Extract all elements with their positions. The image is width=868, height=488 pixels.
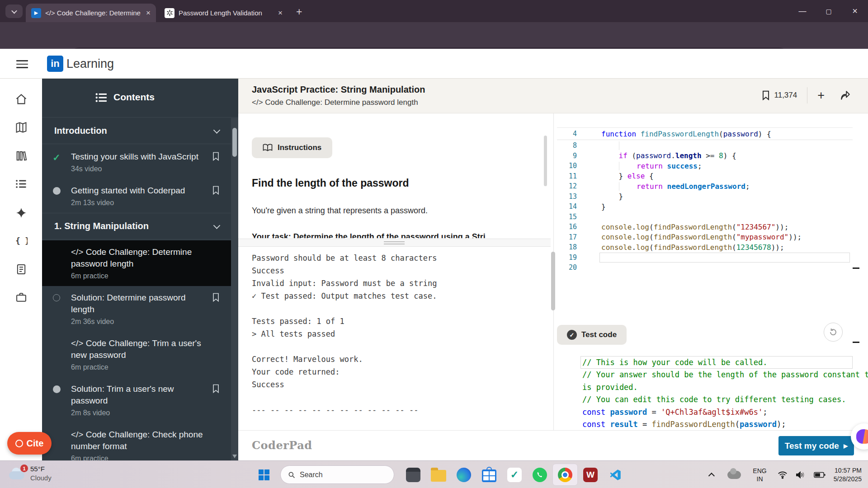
sticky-scroll-line: 4function findPasswordLength(password) { [557,127,853,140]
test-code-tab[interactable]: ✓ Test code [557,325,627,345]
home-icon[interactable] [15,93,28,106]
contents-list-icon[interactable] [15,178,28,190]
test-code-lines[interactable]: // This is how your code will be called.… [557,356,868,430]
check-app-icon[interactable]: ✓ [502,464,527,486]
notes-icon[interactable] [15,263,28,276]
contents-item[interactable]: </> Code Challenge: Check phone number f… [42,423,231,460]
whatsapp-icon[interactable] [527,464,552,486]
contents-item[interactable]: Getting started with Coderpad2m 13s vide… [42,179,231,213]
chatgpt-favicon [165,8,175,18]
console-line: Correct! Marvelous work. [252,353,541,366]
contents-panel: Contents × Introduction✓Testing your ski… [42,79,238,460]
battery-icon[interactable] [814,471,826,479]
splitter-drag-handle[interactable] [551,252,555,310]
code-line: 16console.log(findPasswordLength("123456… [557,222,868,232]
tab-active[interactable]: ▶ </> Code Challenge: Determine × [26,4,156,22]
console-line [252,391,541,404]
tray-expand-icon[interactable] [708,473,715,479]
clock[interactable]: 10:57 PM 5/28/2025 [834,466,862,483]
contents-item[interactable]: </> Code Challenge: Trim a user's new pa… [42,332,231,377]
chevron-down-icon [11,8,17,14]
linkedin-learning-logo[interactable]: in Learning [47,56,114,72]
test-code-line: // This is how your code will be called. [557,356,868,369]
tab-search-button[interactable] [5,5,23,18]
contents-item[interactable]: Solution: Determine password length2m 36… [42,286,231,332]
share-icon[interactable] [840,90,851,100]
instructions-tab[interactable]: Instructions [252,137,332,158]
contents-item[interactable]: Solution: Trim a user's new password2m 8… [42,377,231,423]
system-tray: ENGIN 10:57 PM 5/28/2025 [710,461,868,488]
cite-icon [15,440,23,447]
weather-widget[interactable]: 1 55°F Cloudy [8,465,52,483]
scrollbar-thumb[interactable] [232,128,237,157]
bookmark-icon[interactable] [207,292,225,326]
contents-item[interactable]: </> Code Challenge: Determine password l… [42,240,231,286]
taskbar-search[interactable]: Search [280,465,394,484]
taskbar-apps: ✓W [401,464,628,486]
explore-icon[interactable] [15,121,28,134]
chrome-icon[interactable] [552,464,578,486]
instructions-scrollbar-thumb[interactable] [544,136,547,186]
editor-lines[interactable]: 8 9 if (password.length >= 8) {10 return… [557,141,868,273]
window-app-icon[interactable] [401,464,426,486]
console-line: ✓ Test passed: Output matches test case. [252,290,541,302]
w-app-icon[interactable]: W [578,464,603,486]
contents-section[interactable]: Introduction [42,118,231,144]
contents-section[interactable]: 1. String Manipulation [42,213,231,239]
linkedin-learning-header: in Learning Search Me ▾ EN ▾ S [0,49,868,79]
tray-date: 5/28/2025 [834,475,862,483]
scroll-down-arrow[interactable] [232,455,237,458]
tab-close-icon[interactable]: × [278,9,283,18]
learning-wordmark: Learning [66,57,114,71]
edge-icon[interactable] [451,464,476,486]
bookmark-icon[interactable] [761,90,770,100]
code-challenges-icon[interactable]: { } [15,235,28,247]
contents-scrollbar[interactable] [231,118,238,460]
coderpad-footer: CoderPad Test my code ▶ [238,430,868,460]
cite-button[interactable]: Cite [7,432,52,455]
hamburger-menu-icon[interactable] [16,60,28,68]
code-line: 17console.log(findPasswordLength("mypass… [557,232,868,243]
code-line: 20 [557,263,868,273]
microsoft-store-icon[interactable] [476,464,502,486]
window-minimize-button[interactable]: — [789,0,816,22]
test-my-code-button[interactable]: Test my code ▶ [778,436,854,455]
start-button[interactable] [259,469,269,480]
linkedin-learning-favicon: ▶ [31,8,41,18]
language-indicator[interactable]: ENGIN [753,467,766,483]
console-line: Success [252,264,541,277]
bookmark-icon[interactable] [207,383,225,417]
chevron-down-icon [213,222,221,229]
reset-test-code-button[interactable] [824,323,843,342]
library-icon[interactable] [15,150,28,162]
weather-condition: Cloudy [30,474,52,483]
tab-inactive[interactable]: Password Length Validation × [159,4,288,22]
console-line: --- -- -- -- -- -- -- -- -- -- -- -- [252,404,541,416]
pane-splitter-horizontal[interactable] [238,239,551,247]
jobs-briefcase-icon[interactable] [15,291,28,304]
chevron-down-icon [213,127,221,134]
run-button-label: Test my code [785,441,839,451]
item-title: Testing your skills with JavaScript [71,151,207,163]
play-icon: ▶ [844,443,848,449]
bookmark-icon[interactable] [207,151,225,173]
bookmark-icon[interactable] [207,185,225,207]
wifi-icon[interactable] [778,471,788,479]
window-close-button[interactable]: × [842,0,868,22]
tab-close-icon[interactable]: × [146,9,151,18]
item-duration: 2m 36s video [71,318,207,326]
console-line: Password should be at least 8 characters [252,252,541,264]
contents-item[interactable]: ✓Testing your skills with JavaScript34s … [42,145,231,179]
code-editor-pane[interactable]: 4function findPasswordLength(password) {… [557,113,868,430]
file-explorer-icon[interactable] [426,464,451,486]
contents-header: Contents × [42,79,238,117]
volume-icon[interactable] [796,471,806,479]
new-tab-button[interactable]: + [296,6,302,18]
ai-sparkle-icon[interactable] [15,206,28,219]
window-maximize-button[interactable]: ▢ [816,0,842,22]
console-line: Tests passed: 1 of 1 [252,315,541,328]
contents-title: Contents [113,92,155,103]
add-button[interactable]: + [817,89,825,103]
onedrive-icon[interactable] [727,471,741,479]
vscode-icon[interactable] [603,464,628,486]
